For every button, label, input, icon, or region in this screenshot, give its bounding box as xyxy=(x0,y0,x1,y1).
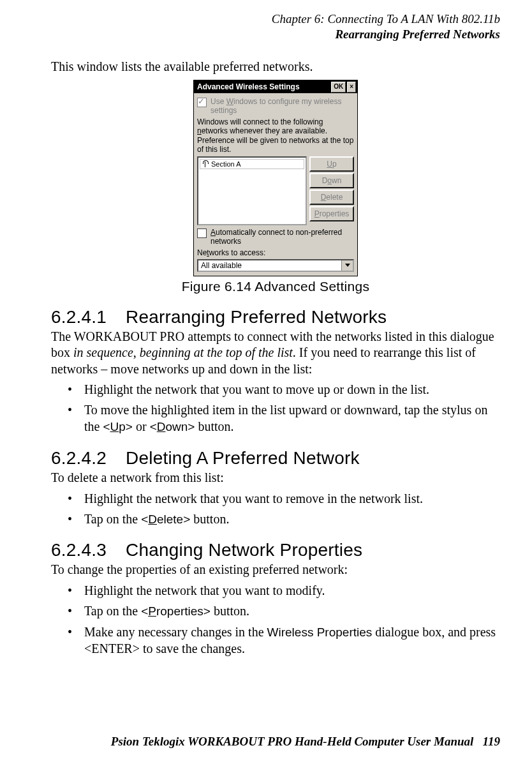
dialog-advanced-wireless-settings: Advanced Wireless Settings OK × Use Wind… xyxy=(193,80,358,276)
figure-caption: Figure 6.14 Advanced Settings xyxy=(51,279,500,294)
heading-title: Deleting A Preferred Network xyxy=(126,448,360,468)
checkbox-auto-connect[interactable] xyxy=(197,228,207,238)
delete-button[interactable]: Delete xyxy=(309,190,354,205)
dialog-title: Advanced Wireless Settings xyxy=(197,82,330,91)
properties-button[interactable]: Properties xyxy=(309,206,354,221)
dialog-description: Windows will connect to the following ne… xyxy=(197,117,354,154)
footer-text: Psion Teklogix WORKABOUT PRO Hand-Held C… xyxy=(111,735,474,748)
networks-access-combo[interactable]: All available xyxy=(197,259,354,272)
page-footer: Psion Teklogix WORKABOUT PRO Hand-Held C… xyxy=(111,735,500,749)
page-number: 119 xyxy=(483,735,500,748)
networks-access-label: Networks to access: xyxy=(197,248,354,257)
use-windows-checkbox-row: Use Windows to configure my wireless set… xyxy=(197,97,354,115)
list-item: Make any necessary changes in the Wirele… xyxy=(51,624,500,657)
figure-wrapper: Advanced Wireless Settings OK × Use Wind… xyxy=(51,80,500,294)
list-item: Highlight the network that you want to m… xyxy=(51,582,500,599)
intro-text: This window lists the available preferre… xyxy=(51,59,500,75)
list-item: Tap on the <Properties> button. xyxy=(51,603,500,620)
header-section: Rearranging Preferred Networks xyxy=(51,27,500,42)
list-item-label: Section A xyxy=(211,160,240,168)
heading-number: 6.2.4.3 xyxy=(51,540,107,560)
heading-title: Rearranging Preferred Networks xyxy=(126,307,387,327)
s3-paragraph: To change the properties of an existing … xyxy=(51,562,500,578)
networks-listbox[interactable]: Section A xyxy=(197,156,307,225)
list-item: Highlight the network that you want to m… xyxy=(51,381,500,398)
heading-deleting: 6.2.4.2 Deleting A Preferred Network xyxy=(51,448,500,468)
close-button[interactable]: × xyxy=(347,82,356,93)
up-button[interactable]: Up xyxy=(309,156,354,172)
page-header: Chapter 6: Connecting To A LAN With 802.… xyxy=(51,11,500,42)
down-button[interactable]: Down xyxy=(309,173,354,188)
auto-connect-row: Automatically connect to non-preferred n… xyxy=(197,228,354,246)
s1-paragraph: The WORKABOUT PRO attempts to connect wi… xyxy=(51,329,500,378)
list-item: Highlight the network that you want to r… xyxy=(51,490,500,507)
list-item[interactable]: Section A xyxy=(200,159,304,169)
header-chapter: Chapter 6: Connecting To A LAN With 802.… xyxy=(51,11,500,27)
chevron-down-icon[interactable] xyxy=(341,260,353,271)
heading-title: Changing Network Properties xyxy=(126,540,362,560)
s2-paragraph: To delete a network from this list: xyxy=(51,470,500,486)
heading-number: 6.2.4.1 xyxy=(51,307,107,327)
list-item: To move the highlighted item in the list… xyxy=(51,401,500,435)
use-windows-label: Use Windows to configure my wireless set… xyxy=(211,97,354,115)
list-item: Tap on the <Delete> button. xyxy=(51,511,500,528)
antenna-icon xyxy=(202,160,209,168)
auto-connect-label: Automatically connect to non-preferred n… xyxy=(211,228,354,246)
heading-changing: 6.2.4.3 Changing Network Properties xyxy=(51,540,500,560)
heading-rearranging: 6.2.4.1 Rearranging Preferred Networks xyxy=(51,307,500,327)
combo-value: All available xyxy=(198,261,341,270)
ok-button[interactable]: OK xyxy=(331,82,346,93)
checkbox-use-windows[interactable] xyxy=(197,98,207,107)
heading-number: 6.2.4.2 xyxy=(51,448,107,468)
dialog-titlebar: Advanced Wireless Settings OK × xyxy=(194,80,357,93)
